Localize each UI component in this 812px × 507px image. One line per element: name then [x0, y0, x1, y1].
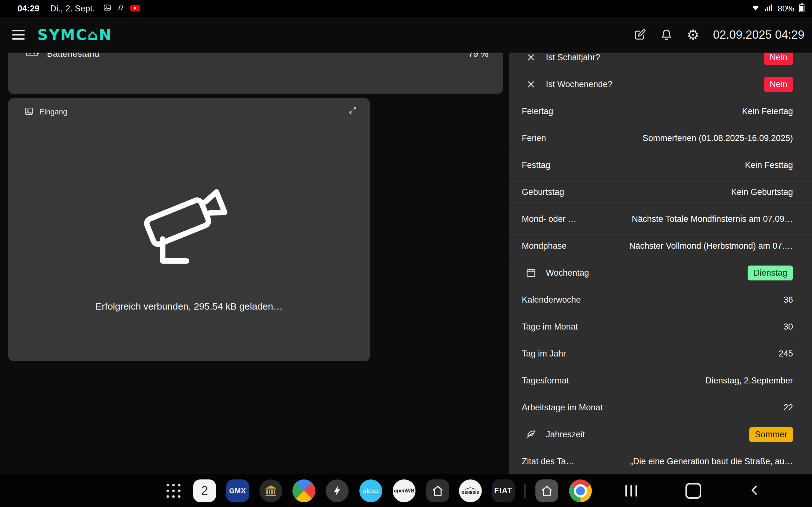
row-tag-im-jahr[interactable]: Tag im Jahr 245 — [509, 340, 812, 367]
row-value: Kein Festtag — [745, 160, 793, 170]
bell-icon[interactable] — [660, 28, 673, 42]
row-kalenderwoche[interactable]: Kalenderwoche 36 — [509, 286, 812, 314]
taskbar-app-alexa[interactable]: alexa — [359, 480, 382, 502]
battery-icon — [799, 3, 805, 14]
row-value: Nächster Vollmond (Herbstmond) am 07.… — [629, 241, 793, 251]
x-icon — [525, 79, 537, 90]
row-value: 245 — [779, 349, 793, 359]
row-label: Jahreszeit — [546, 430, 585, 440]
row-value: Dienstag, 2.September — [705, 376, 793, 386]
row-wochentag[interactable]: Wochentag Dienstag — [509, 260, 812, 286]
alexa-label: alexa — [363, 487, 379, 495]
row-tage-im-monat[interactable]: Tage im Monat 30 — [509, 314, 812, 340]
app-header: SYMC⌂N ⚙ 02.09.2025 04:29 — [0, 17, 812, 53]
row-value: „Die eine Generation baut die Straße, au… — [630, 457, 793, 466]
cctv-camera-icon — [137, 179, 241, 275]
row-zitat[interactable]: Zitat des Ta… „Die eine Generation baut … — [509, 448, 812, 474]
row-label: Kalenderwoche — [522, 295, 581, 305]
taskbar-app-photos[interactable] — [293, 480, 315, 502]
status-badge: Nein — [764, 53, 793, 65]
wifi-icon — [751, 3, 760, 14]
row-label: Tage im Monat — [522, 322, 578, 332]
taskbar-divider — [525, 484, 525, 498]
row-label: Ferien — [522, 133, 546, 143]
openwb-label: openWB — [394, 488, 415, 494]
row-label: Tagesformat — [522, 376, 569, 386]
calendar-info-panel[interactable]: Ist Schaltjahr? Nein Ist Wochenende? Nei… — [509, 53, 812, 474]
expand-icon[interactable] — [348, 106, 357, 116]
camera-card: Eingang Erfolgreich verbunden, 295.54 kB… — [8, 98, 370, 361]
taskbar-app-gmx[interactable]: GMX — [226, 480, 249, 502]
taskbar-app-calendar[interactable]: 2 — [193, 480, 216, 502]
gear-icon[interactable]: ⚙ — [687, 28, 700, 42]
status-badge: Sommer — [749, 427, 793, 442]
android-taskbar: 2 GMX alexa openWB GENESIS FIAT — [0, 474, 812, 507]
camera-card-title: Eingang — [39, 107, 67, 116]
row-ist-wochenende[interactable]: Ist Wochenende? Nein — [509, 71, 812, 98]
symcon-dashboard: 04:29 Di., 2. Sept. 80% — [0, 0, 812, 507]
row-label: Tag im Jahr — [522, 349, 566, 359]
row-label: Geburtstag — [522, 187, 564, 197]
row-label: Mondphase — [522, 241, 566, 251]
photo-icon — [103, 3, 111, 14]
row-tagesformat[interactable]: Tagesformat Dienstag, 2.September — [509, 367, 812, 394]
signal-icon — [764, 4, 773, 14]
symcon-logo: SYMC⌂N — [38, 26, 112, 43]
row-label: Ist Schaltjahr? — [546, 53, 600, 62]
row-feiertag[interactable]: Feiertag Kein Feiertag — [509, 98, 812, 125]
row-label: Wochentag — [546, 268, 589, 278]
android-status-bar: 04:29 Di., 2. Sept. 80% — [0, 0, 812, 17]
taskbar-app-openwb[interactable]: openWB — [393, 480, 415, 502]
row-value: Sommerferien (01.08.2025-16.09.2025) — [643, 133, 793, 143]
x-icon — [525, 53, 537, 63]
app-drawer-icon[interactable] — [166, 484, 181, 498]
row-label: Festtag — [522, 160, 550, 170]
row-value: Nächste Totale Mondfinsternis am 07.09… — [632, 214, 793, 224]
camera-status-text: Erfolgreich verbunden, 295.54 kB geladen… — [8, 301, 370, 312]
status-badge: Nein — [764, 77, 793, 92]
status-badge: Dienstag — [748, 266, 793, 280]
taskbar-app-energy[interactable] — [326, 480, 349, 502]
row-label: Feiertag — [522, 107, 553, 116]
leaf-icon — [525, 429, 537, 440]
row-value: Kein Geburtstag — [731, 187, 793, 197]
row-label: Arbeitstage im Monat — [522, 403, 603, 412]
row-value: 30 — [783, 322, 793, 332]
nav-home-button[interactable] — [686, 483, 701, 499]
taskbar-app-smarthome[interactable] — [426, 480, 449, 502]
image-icon — [24, 107, 34, 117]
row-label: Ist Wochenende? — [546, 79, 612, 89]
row-jahreszeit[interactable]: Jahreszeit Sommer — [509, 421, 812, 448]
row-geburtstag[interactable]: Geburtstag Kein Geburtstag — [509, 179, 812, 206]
row-value: 22 — [783, 403, 793, 412]
taskbar-app-genesis[interactable]: GENESIS — [459, 480, 482, 502]
calendar-day-number: 2 — [201, 484, 208, 498]
row-arbeitstage[interactable]: Arbeitstage im Monat 22 — [509, 394, 812, 421]
row-ist-schaltjahr[interactable]: Ist Schaltjahr? Nein — [509, 53, 812, 71]
calendar-icon — [525, 268, 537, 278]
taskbar-app-fiat[interactable]: FIAT — [492, 480, 515, 502]
gmx-label: GMX — [229, 487, 246, 495]
taskbar-app-bank[interactable] — [259, 480, 282, 502]
battery-percent: 80% — [778, 4, 794, 14]
edit-icon[interactable] — [633, 28, 647, 42]
chrome-core — [574, 484, 587, 498]
row-value: 36 — [783, 295, 793, 305]
row-ferien[interactable]: Ferien Sommerferien (01.08.2025-16.09.20… — [509, 125, 812, 152]
fiat-label: FIAT — [494, 487, 512, 495]
status-time: 04:29 — [17, 4, 39, 14]
row-mondfinsternis[interactable]: Mond- oder … Nächste Totale Mondfinstern… — [509, 206, 812, 233]
genesis-label: GENESIS — [461, 491, 479, 494]
row-label: Zitat des Ta… — [522, 457, 574, 466]
nav-back-button[interactable] — [748, 484, 761, 498]
taskbar-app-chrome[interactable] — [569, 480, 592, 502]
nav-recents-button[interactable] — [625, 485, 637, 497]
header-datetime: 02.09.2025 04:29 — [713, 28, 804, 42]
row-label: Mond- oder … — [522, 214, 577, 224]
row-value: Kein Feiertag — [742, 107, 793, 116]
menu-icon[interactable] — [12, 30, 25, 40]
status-date: Di., 2. Sept. — [50, 4, 95, 14]
taskbar-recent-smarthome[interactable] — [536, 480, 558, 502]
row-festtag[interactable]: Festtag Kein Festtag — [509, 152, 812, 179]
row-mondphase[interactable]: Mondphase Nächster Vollmond (Herbstmond)… — [509, 233, 812, 260]
